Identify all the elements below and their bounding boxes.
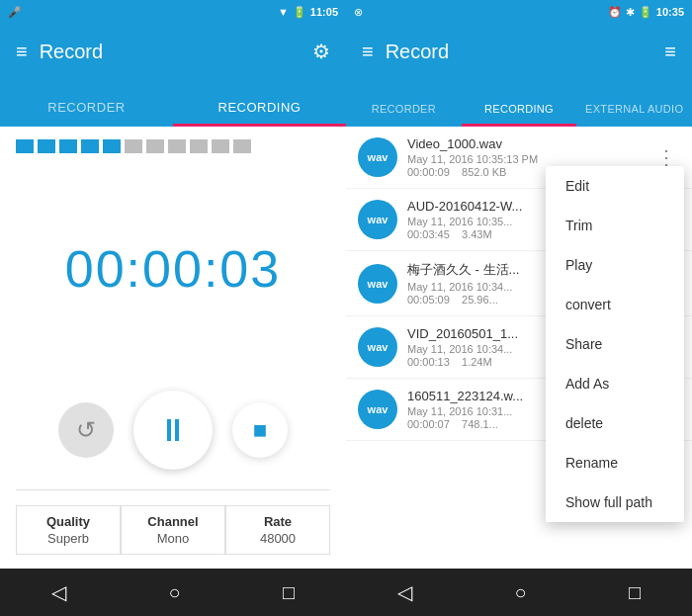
nav-bar-left: ◁ ○ □ — [0, 569, 346, 616]
status-right-left-icons: ⊗ — [354, 6, 363, 19]
quality-item-channel: Channel Mono — [121, 505, 225, 555]
status-bar-right: ⊗ ⏰ ✱ 🔋 10:35 — [346, 0, 692, 24]
wave-bar-2 — [38, 139, 55, 153]
quality-label: Quality — [46, 514, 90, 529]
wave-bar-9 — [190, 139, 208, 153]
quality-item-quality: Quality Superb — [16, 505, 121, 555]
alarm-icon: ⏰ — [608, 6, 622, 19]
reset-button[interactable]: ↺ — [58, 402, 114, 458]
stop-icon: ■ — [253, 416, 268, 444]
wav-badge-1: wav — [358, 137, 397, 177]
timer-display: 00:00:03 — [65, 239, 281, 299]
status-bar-left: 🎤 ▼ 🔋 11:05 — [0, 0, 346, 24]
context-menu-item-play[interactable]: Play — [546, 245, 684, 285]
tab-recording-right[interactable]: RECORDING — [462, 91, 577, 127]
nav-bar-right: ◁ ○ □ — [346, 569, 692, 616]
notification-icon: ⊗ — [354, 6, 363, 19]
context-menu-item-convert[interactable]: convert — [546, 285, 684, 324]
waveform-area — [0, 127, 346, 166]
wav-badge-3: wav — [358, 264, 397, 304]
recent-nav-right[interactable]: □ — [629, 581, 641, 604]
tab-recorder-left[interactable]: RECORDER — [0, 88, 173, 127]
recording-name-1: Video_1000.wav — [407, 136, 652, 151]
app-title-right: Record — [386, 41, 665, 63]
context-menu-item-edit[interactable]: Edit — [546, 166, 684, 206]
settings-icon[interactable]: ⚙ — [312, 40, 330, 63]
rate-label: Rate — [264, 514, 292, 529]
wave-bar-8 — [168, 139, 186, 153]
more-icon-right[interactable]: ≡ — [664, 41, 676, 63]
tab-recording-left[interactable]: RECORDING — [173, 88, 346, 127]
status-left-icons: 🎤 — [8, 6, 22, 19]
back-nav-right[interactable]: ◁ — [397, 580, 412, 604]
quality-item-rate: Rate 48000 — [225, 505, 330, 555]
tabs-right: RECORDER RECORDING EXTERNAL AUDIO — [346, 79, 692, 127]
wave-bar-1 — [16, 139, 34, 153]
wave-bar-4 — [81, 139, 99, 153]
channel-value: Mono — [157, 531, 190, 546]
context-menu-item-trim[interactable]: Trim — [546, 206, 684, 245]
wave-bar-5 — [103, 139, 121, 153]
home-nav-left[interactable]: ○ — [168, 581, 180, 604]
context-menu-item-fullpath[interactable]: Show full path — [546, 483, 684, 522]
home-nav-right[interactable]: ○ — [514, 581, 526, 604]
wave-bar-11 — [233, 139, 251, 153]
left-panel: 🎤 ▼ 🔋 11:05 ≡ Record ⚙ RECORDER RECORDIN… — [0, 0, 346, 616]
bluetooth-icon: ✱ — [626, 6, 635, 19]
status-right-left: ▼ 🔋 11:05 — [278, 6, 338, 19]
quality-value: Superb — [47, 531, 89, 546]
right-panel: ⊗ ⏰ ✱ 🔋 10:35 ≡ Record ≡ RECORDER RECORD… — [346, 0, 692, 616]
time-left: 11:05 — [310, 6, 338, 18]
wave-bar-7 — [146, 139, 164, 153]
reset-icon: ↺ — [76, 416, 96, 444]
header-left: ≡ Record ⚙ — [0, 24, 346, 79]
channel-label: Channel — [147, 514, 198, 529]
app-title-left: Record — [40, 41, 312, 63]
stop-button[interactable]: ■ — [232, 402, 288, 458]
tab-external-audio[interactable]: EXTERNAL AUDIO — [576, 91, 692, 127]
mic-icon: 🎤 — [8, 6, 22, 19]
menu-icon-right[interactable]: ≡ — [362, 41, 374, 63]
context-menu-item-share[interactable]: Share — [546, 324, 684, 364]
back-nav-left[interactable]: ◁ — [51, 580, 66, 604]
controls-area: ↺ ⏸ ■ — [0, 371, 346, 489]
battery-icon-right: 🔋 — [639, 6, 652, 19]
wave-bar-3 — [59, 139, 77, 153]
tab-recorder-right[interactable]: RECORDER — [346, 91, 462, 127]
quality-bar: Quality Superb Channel Mono Rate 48000 — [16, 489, 330, 569]
wifi-icon: ▼ — [278, 6, 289, 18]
battery-icon: 🔋 — [293, 6, 306, 19]
wav-badge-4: wav — [358, 327, 397, 367]
timer-area: 00:00:03 — [0, 166, 346, 371]
wave-bar-6 — [125, 139, 142, 153]
recording-date-1: May 11, 2016 10:35:13 PM — [407, 153, 652, 165]
wav-badge-2: wav — [358, 200, 397, 239]
status-right-right-icons: ⏰ ✱ 🔋 10:35 — [608, 6, 684, 19]
recent-nav-left[interactable]: □ — [283, 581, 295, 604]
header-right: ≡ Record ≡ — [346, 24, 692, 79]
time-right: 10:35 — [656, 6, 684, 18]
context-menu-item-add-as[interactable]: Add As — [546, 364, 684, 403]
pause-button[interactable]: ⏸ — [133, 391, 213, 470]
context-menu-item-rename[interactable]: Rename — [546, 443, 684, 483]
menu-icon-left[interactable]: ≡ — [16, 41, 28, 63]
context-menu-item-delete[interactable]: delete — [546, 403, 684, 443]
wave-bar-10 — [212, 139, 229, 153]
rate-value: 48000 — [260, 531, 296, 546]
context-menu: Edit Trim Play convert Share Add As dele… — [546, 166, 684, 522]
tabs-left: RECORDER RECORDING — [0, 79, 346, 127]
wav-badge-5: wav — [358, 390, 397, 429]
pause-icon: ⏸ — [157, 412, 189, 449]
